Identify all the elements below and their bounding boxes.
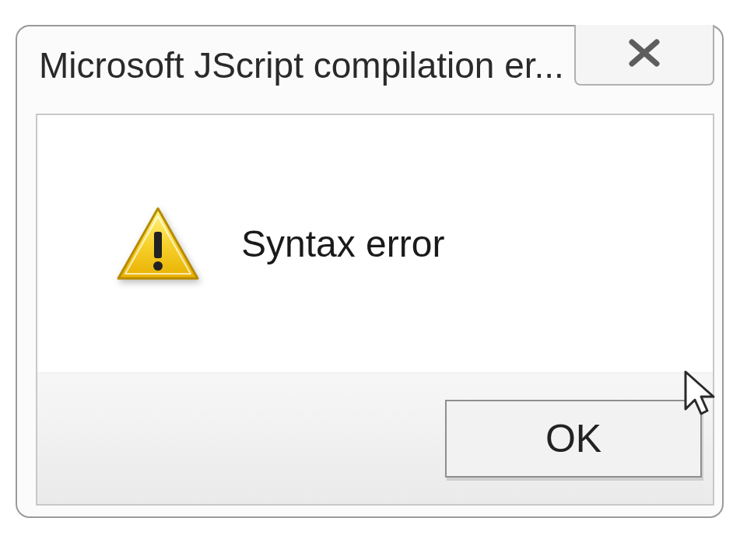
error-dialog: Microsoft JScript compilation er... xyxy=(16,25,724,518)
dialog-title: Microsoft JScript compilation er... xyxy=(39,44,564,86)
titlebar: Microsoft JScript compilation er... xyxy=(17,26,722,104)
dialog-footer: OK xyxy=(37,373,713,504)
warning-icon xyxy=(115,205,201,283)
dialog-body: Syntax error OK xyxy=(36,114,714,506)
error-message: Syntax error xyxy=(241,222,444,265)
content-area: Syntax error xyxy=(37,115,713,373)
svg-rect-4 xyxy=(154,232,162,258)
close-icon xyxy=(627,34,661,75)
ok-button[interactable]: OK xyxy=(445,400,702,478)
svg-point-5 xyxy=(153,261,163,271)
close-button[interactable] xyxy=(574,25,714,86)
